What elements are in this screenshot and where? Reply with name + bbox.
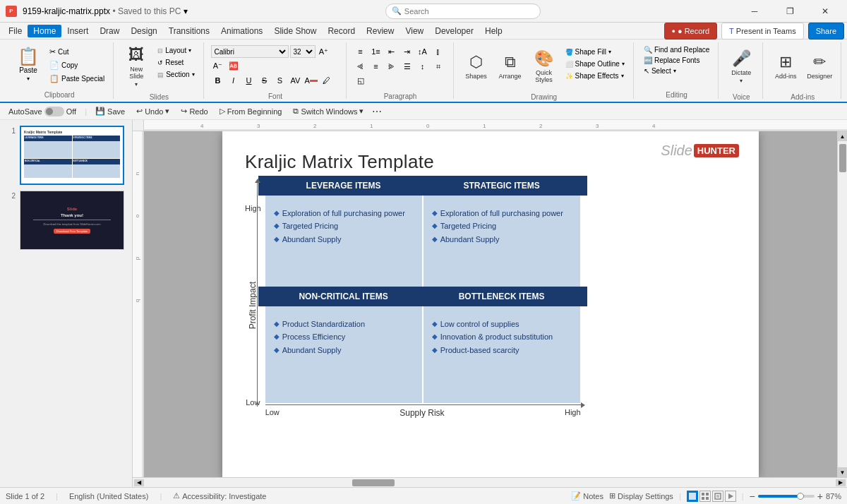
font-color-button[interactable]: A	[304, 74, 318, 87]
undo-button-qa[interactable]: ↩ Undo ▾	[133, 105, 172, 117]
replace-fonts-button[interactable]: 🔤 Replace Fonts	[641, 56, 712, 65]
menu-draw[interactable]: Draw	[94, 25, 125, 37]
menu-review[interactable]: Review	[361, 25, 400, 37]
title-bar-controls: ─ ❐ ✕	[738, 1, 841, 21]
clear-format-button[interactable]: 🆎	[227, 59, 241, 72]
minimize-button[interactable]: ─	[738, 1, 771, 21]
redo-button-qa[interactable]: ↪ Redo	[178, 105, 210, 117]
horizontal-scrollbar[interactable]: ◀ ▶	[133, 477, 847, 487]
search-bar[interactable]: 🔍	[385, 4, 541, 19]
slide-thumb-1[interactable]: 1 Kraljic Matrix Template LEVERAGE ITEMS…	[6, 126, 126, 185]
line-spacing-button[interactable]: ↕	[416, 60, 430, 73]
convert-smartart-button[interactable]: ◱	[354, 74, 368, 87]
scroll-down-button[interactable]: ▼	[838, 467, 848, 477]
text-highlight-button[interactable]: 🖊	[320, 74, 334, 87]
notes-button[interactable]: 📝 Notes	[571, 491, 603, 500]
bold-button[interactable]: B	[211, 74, 225, 87]
x-high-label: High	[565, 408, 581, 418]
canvas-scroll-area[interactable]: Slide HUNTER Kraljic Matrix Template Hig…	[144, 131, 837, 477]
text-direction-button[interactable]: ↕A	[416, 45, 430, 58]
menu-slideshow[interactable]: Slide Show	[268, 25, 322, 37]
align-right-button[interactable]: ⫸	[385, 60, 399, 73]
cut-button[interactable]: ✂ Cut	[47, 46, 107, 58]
bullets-button[interactable]: ≡	[354, 45, 368, 58]
new-slide-button[interactable]: 🖼 New Slide ▾	[121, 45, 152, 88]
font-family-select[interactable]: Calibri	[211, 45, 289, 58]
font-increase-button[interactable]: A⁺	[317, 45, 331, 58]
display-settings-button[interactable]: ⊞ Display Settings	[609, 491, 673, 500]
addins-button[interactable]: ⊞ Add-ins	[770, 45, 801, 88]
char-spacing-button[interactable]: AV	[289, 74, 303, 87]
find-replace-button[interactable]: 🔍 Find and Replace	[641, 45, 712, 54]
menu-help[interactable]: Help	[479, 25, 508, 37]
arrange-button[interactable]: ⧉ Arrange	[495, 45, 526, 88]
reading-view-button[interactable]	[712, 491, 723, 502]
scroll-right-button[interactable]: ▶	[836, 479, 846, 486]
teams-button[interactable]: T Present in Teams	[721, 23, 804, 40]
section-button[interactable]: ▤ Section ▾	[155, 69, 197, 80]
increase-indent-button[interactable]: ⇥	[400, 45, 414, 58]
close-button[interactable]: ✕	[809, 1, 841, 21]
slide-2-thumbnail[interactable]: Slide Thank you! Download this template …	[20, 191, 124, 250]
select-button[interactable]: ↖ Select ▾	[641, 66, 712, 76]
zoom-slider[interactable]	[758, 495, 815, 498]
menu-view[interactable]: View	[400, 25, 429, 37]
justify-button[interactable]: ☰	[400, 60, 414, 73]
strikethrough-button[interactable]: S	[258, 74, 272, 87]
switch-windows-button[interactable]: ⧉ Switch Windows ▾	[290, 105, 366, 117]
slideshow-view-button[interactable]	[725, 491, 736, 502]
align-left-button[interactable]: ⫷	[354, 60, 368, 73]
scroll-thumb[interactable]	[839, 144, 846, 172]
slide-thumb-2[interactable]: 2 Slide Thank you! Download this templat…	[6, 191, 126, 250]
designer-button[interactable]: ✏ Designer	[804, 45, 835, 88]
save-button-qa[interactable]: 💾 Save	[92, 105, 128, 117]
share-button[interactable]: Share	[808, 23, 844, 40]
menu-home[interactable]: Home	[28, 25, 61, 37]
align-center-button[interactable]: ≡	[369, 60, 383, 73]
dictate-button[interactable]: 🎤 Dictate ▾	[726, 45, 757, 88]
columns-button[interactable]: ⫿	[431, 45, 445, 58]
menu-transitions[interactable]: Transitions	[163, 25, 215, 37]
copy-button[interactable]: 📄 Copy	[47, 59, 107, 71]
zoom-level[interactable]: 87%	[826, 492, 841, 500]
numbering-button[interactable]: 1≡	[369, 45, 383, 58]
zoom-in-button[interactable]: +	[817, 491, 823, 502]
zoom-out-button[interactable]: −	[750, 491, 755, 502]
smart-art-button[interactable]: ⌗	[431, 60, 445, 73]
paste-button[interactable]: 📋 Paste ▾	[11, 45, 45, 85]
vertical-scrollbar[interactable]: ▲ ▼	[837, 131, 847, 477]
shapes-button[interactable]: ⬡ Shapes	[461, 45, 492, 88]
svg-text:1: 1	[483, 123, 486, 129]
layout-button[interactable]: ⊟ Layout ▾	[155, 45, 197, 56]
menu-animations[interactable]: Animations	[215, 25, 268, 37]
menu-file[interactable]: File	[3, 25, 28, 37]
shape-effects-button[interactable]: ✨ Shape Effects ▾	[563, 71, 627, 81]
underline-button[interactable]: U	[242, 74, 256, 87]
decrease-indent-button[interactable]: ⇤	[385, 45, 399, 58]
menu-developer[interactable]: Developer	[429, 25, 479, 37]
from-beginning-button[interactable]: ▷ From Beginning	[217, 105, 285, 117]
slide-sorter-button[interactable]	[699, 491, 711, 502]
shape-outline-button[interactable]: ⬜ Shape Outline ▾	[563, 59, 627, 69]
restore-button[interactable]: ❐	[774, 1, 806, 21]
scroll-left-button[interactable]: ◀	[134, 479, 144, 486]
slide-1-thumbnail[interactable]: Kraljic Matrix Template LEVERAGE ITEMS S…	[20, 126, 124, 185]
paste-special-button[interactable]: 📋 Paste Special	[47, 73, 107, 85]
search-input[interactable]	[404, 7, 517, 16]
scroll-up-button[interactable]: ▲	[838, 131, 848, 141]
menu-design[interactable]: Design	[125, 25, 162, 37]
quick-styles-button[interactable]: 🎨 Quick Styles	[529, 45, 560, 88]
shape-fill-button[interactable]: 🪣 Shape Fill ▾	[563, 47, 627, 57]
font-size-select[interactable]: 32	[290, 45, 316, 58]
shadow-button[interactable]: S	[273, 74, 287, 87]
menu-insert[interactable]: Insert	[61, 25, 94, 37]
ribbon-group-slides: 🖼 New Slide ▾ ⊟ Layout ▾ ↺ Reset ▤ Secti…	[115, 42, 203, 99]
autosave-toggle[interactable]: AutoSave Off	[6, 105, 79, 118]
italic-button[interactable]: I	[227, 74, 241, 87]
slide-canvas[interactable]: Slide HUNTER Kraljic Matrix Template Hig…	[222, 131, 759, 477]
reset-button[interactable]: ↺ Reset	[155, 57, 197, 68]
normal-view-button[interactable]	[687, 491, 698, 502]
record-button[interactable]: ● ● Record	[664, 23, 718, 40]
font-decrease-button[interactable]: A⁻	[211, 59, 225, 72]
menu-record[interactable]: Record	[322, 25, 361, 37]
